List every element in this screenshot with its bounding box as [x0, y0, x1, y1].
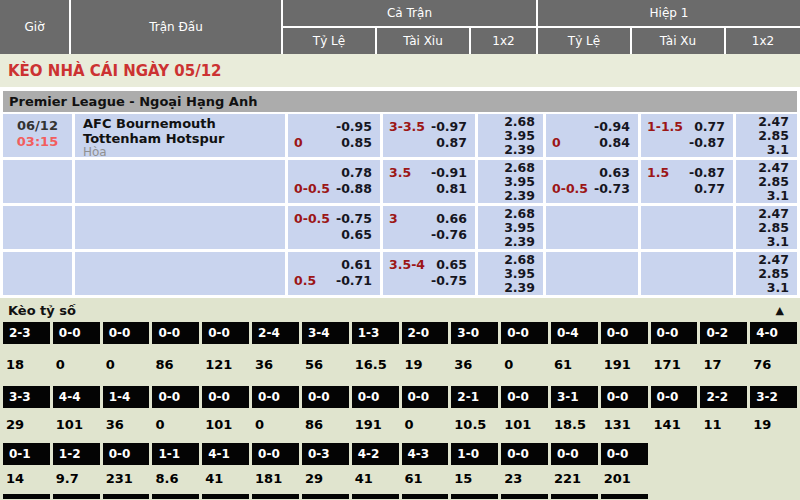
score-bet[interactable]: 0-461: [551, 322, 598, 384]
full-time-1x2-cell[interactable]: 2.683.952.39: [478, 114, 543, 157]
match-time-cell: [3, 252, 72, 295]
score-bet[interactable]: 3-456: [302, 322, 349, 384]
score-bet[interactable]: 1-015: [451, 443, 498, 492]
score-bet[interactable]: 0-00: [252, 386, 299, 441]
score-bet[interactable]: 0-0131: [601, 386, 648, 441]
score-bet[interactable]: 0-0181: [252, 443, 299, 492]
score-bet[interactable]: 3-118.5: [551, 386, 598, 441]
column-group-first-half: Hiệp 1: [538, 0, 800, 26]
collapse-arrow-icon[interactable]: ▲: [776, 304, 784, 317]
score-bet[interactable]: 0-0201: [601, 443, 648, 492]
first-half-1x2-cell[interactable]: 2.472.853.1: [736, 114, 797, 157]
full-time-1x2-cell[interactable]: 2.683.952.39: [478, 206, 543, 249]
score-bet[interactable]: 1-18.6: [152, 443, 199, 492]
first-half-1x2-cell[interactable]: 2.472.853.1: [736, 206, 797, 249]
score-bet[interactable]: 2-211: [700, 386, 747, 441]
score-cell: 0-0: [601, 443, 648, 465]
score-bet[interactable]: 0-0141: [651, 386, 698, 441]
score-bet: [451, 494, 498, 499]
score-bet[interactable]: 4-141: [202, 443, 249, 492]
first-half-handicap-cell[interactable]: -0.9400.84: [546, 114, 638, 157]
odds-line: 1.5-0.87: [647, 165, 725, 181]
score-bet[interactable]: 0-0191: [352, 386, 399, 441]
full-time-handicap-cell[interactable]: 0-0.5-0.750.65: [288, 206, 380, 249]
full-time-handicap-cell[interactable]: 0.610.5-0.71: [288, 252, 380, 295]
score-bet[interactable]: 0-329: [302, 443, 349, 492]
odds-value: 0.87: [436, 135, 467, 151]
full-time-over-under-cell[interactable]: 3.5-0.910.81: [383, 160, 475, 203]
full-time-over-under-cell[interactable]: 3.5-40.65-0.75: [383, 252, 475, 295]
odds-value: 0.77: [694, 119, 725, 135]
score-bet[interactable]: 0-00: [402, 386, 449, 441]
score-bet[interactable]: 2-019: [402, 322, 449, 384]
odds-line: 0.5-0.71: [294, 273, 372, 289]
first-half-1x2-cell[interactable]: 2.472.853.1: [736, 160, 797, 203]
score-bet[interactable]: 1-436: [103, 386, 150, 441]
score-bet[interactable]: 2-436: [252, 322, 299, 384]
score-bet[interactable]: 1-29.7: [53, 443, 100, 492]
first-half-handicap-cell[interactable]: 0.630-0.5-0.73: [546, 160, 638, 203]
odds-value: 3.95: [504, 129, 535, 143]
score-bet[interactable]: 0-0231: [103, 443, 150, 492]
score-cell: 0-3: [302, 443, 349, 465]
score-bet[interactable]: 0-0171: [651, 322, 698, 384]
score-bet[interactable]: 0-023: [501, 443, 548, 492]
score-cell: 2-4: [252, 322, 299, 344]
score-odds: 86: [152, 344, 199, 384]
odds-line: 0.78: [294, 165, 372, 181]
match-teams-cell: [75, 160, 285, 203]
score-bet[interactable]: 0-086: [302, 386, 349, 441]
column-header-full-handicap: Tỷ Lệ: [283, 28, 375, 54]
score-row: 2-3180-000-000-0860-01212-4363-4561-316.…: [0, 322, 800, 384]
score-bet[interactable]: 0-0101: [501, 386, 548, 441]
odds-value: 0.65: [341, 227, 372, 243]
score-bet[interactable]: 0-00: [103, 322, 150, 384]
score-bet[interactable]: 4-241: [352, 443, 399, 492]
score-bet[interactable]: 0-0191: [601, 322, 648, 384]
score-bet[interactable]: 0-114: [3, 443, 50, 492]
first-half-over-under-cell[interactable]: 1.5-0.870.77: [641, 160, 733, 203]
score-bet: [551, 494, 598, 499]
score-odds: 76: [750, 344, 797, 384]
full-time-1x2-cell[interactable]: 2.683.952.39: [478, 252, 543, 295]
score-bet[interactable]: 3-036: [451, 322, 498, 384]
score-bet[interactable]: 4-076: [750, 322, 797, 384]
score-cell: [3, 494, 50, 499]
score-odds: 11: [700, 408, 747, 441]
match-time-cell: [3, 206, 72, 249]
score-bet[interactable]: 0-217: [700, 322, 747, 384]
full-time-handicap-cell[interactable]: 0.780-0.5-0.88: [288, 160, 380, 203]
full-time-1x2-cell[interactable]: 2.683.952.39: [478, 160, 543, 203]
score-bet[interactable]: 0-00: [53, 322, 100, 384]
score-bet[interactable]: 3-219: [750, 386, 797, 441]
score-bet[interactable]: 0-0101: [202, 386, 249, 441]
score-bet[interactable]: 2-110.5: [451, 386, 498, 441]
score-bet: [152, 494, 199, 499]
score-odds: 121: [202, 344, 249, 384]
full-time-handicap-cell[interactable]: -0.9500.85: [288, 114, 380, 157]
full-time-over-under-cell[interactable]: 3-3.5-0.970.87: [383, 114, 475, 157]
score-bet[interactable]: 4-4101: [53, 386, 100, 441]
score-cell: 4-4: [53, 386, 100, 408]
score-bet[interactable]: 3-329: [3, 386, 50, 441]
score-bet[interactable]: 0-0121: [202, 322, 249, 384]
score-bet[interactable]: 0-0221: [551, 443, 598, 492]
match-teams-cell[interactable]: AFC BournemouthTottenham HotspurHòa: [75, 114, 285, 157]
score-bet[interactable]: 0-086: [152, 322, 199, 384]
full-time-over-under-cell[interactable]: 30.66-0.76: [383, 206, 475, 249]
score-bet[interactable]: 2-318: [3, 322, 50, 384]
score-bet[interactable]: 0-00: [501, 322, 548, 384]
score-cell: 0-0: [53, 322, 100, 344]
score-odds: 16.5: [352, 344, 399, 384]
odds-value: -0.87: [689, 135, 725, 151]
home-team-name: AFC Bournemouth: [83, 116, 285, 131]
score-bet[interactable]: 1-316.5: [352, 322, 399, 384]
score-cell: 0-0: [252, 443, 299, 465]
score-bet[interactable]: 4-361: [402, 443, 449, 492]
score-bet[interactable]: 0-00: [152, 386, 199, 441]
first-half-1x2-cell[interactable]: 2.472.853.1: [736, 252, 797, 295]
first-half-over-under-cell[interactable]: 1-1.50.77-0.87: [641, 114, 733, 157]
correct-score-header[interactable]: Kèo tỷ số ▲: [0, 298, 800, 322]
odds-line: 3.5-0.91: [389, 165, 467, 181]
table-header: Giờ Trận Đấu Cả Trận Hiệp 1 Tỷ Lệ Tài Xỉ…: [0, 0, 800, 54]
